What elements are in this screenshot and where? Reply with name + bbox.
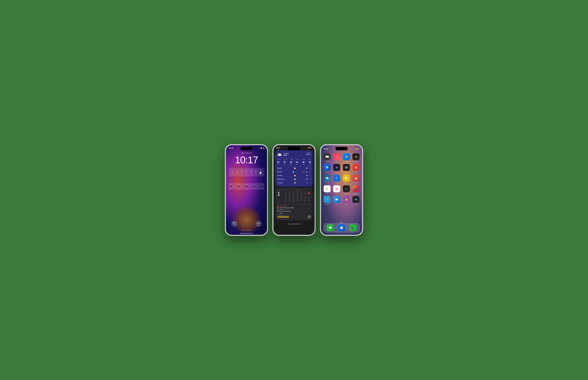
app-apollo[interactable]: 👾 Apollo (333, 164, 341, 173)
side-button[interactable] (315, 161, 316, 170)
app-music[interactable]: ♪ Music (333, 153, 341, 162)
cal-week-2: 252627282930 1 (230, 172, 263, 174)
status-icons: ▪▪▪ 📶 🔋 (259, 148, 264, 149)
weather-main-left: 🌥️ 12° (277, 152, 289, 157)
dock-phone[interactable]: 📞 (349, 224, 356, 231)
app-hey[interactable]: 👋 HEY (343, 196, 350, 205)
instagram-icon-img: 📷 (352, 185, 360, 192)
side-button[interactable] (363, 161, 363, 170)
weather-widget[interactable]: 🌥️ 12° 15↑ 8↓ Morden 11 PM 12 AM 1 AM (275, 150, 313, 187)
app-grid: ⌨ Calcbot ♪ Music 🔑 1Password (321, 152, 362, 206)
app-news[interactable]: N News (352, 164, 360, 173)
app-instagram[interactable]: 📷 Instagram (352, 185, 360, 194)
dynamic-island (335, 147, 348, 150)
notes-label: Notes (345, 182, 348, 183)
event-tomorrow-label: TOMORROW 2022-10-02 (277, 209, 311, 210)
cal2-grid-header: SMTWTFS (284, 191, 311, 192)
cal2-month-grid: OCTOBER SMTWTFS 252627282930 1 2345678 (284, 190, 311, 203)
app-notes[interactable]: 📝 Notes (343, 175, 350, 183)
telegram-icon-img: ✈️ 1 (324, 196, 331, 203)
app-1password[interactable]: 🔑 1Password (343, 153, 350, 162)
hey-icon-img: 👋 (343, 196, 350, 203)
dynamic-island (240, 147, 253, 150)
app-lightroom[interactable]: Lr Lightroom (343, 185, 350, 194)
weather-temps-row: 1211111211 (230, 188, 263, 189)
carrier-label: TELUS (229, 147, 234, 149)
app-tweetbot[interactable]: 🐦 Tweetbot (352, 196, 360, 205)
flashlight-button[interactable]: 🔦 (231, 221, 237, 227)
cal2-left: Saturday 1 (277, 190, 282, 203)
weather-main-row: 🌥️ 12° 15↑ 8↓ Morden (277, 152, 311, 157)
vol-up-button[interactable] (272, 159, 273, 163)
weather-temp: 12° (283, 152, 289, 157)
tweetbot-icon-img: 🐦 (352, 196, 360, 203)
weather-location: Morden (306, 154, 311, 155)
app-glass[interactable]: G Glass (323, 185, 331, 194)
cal2-grid-week1: 252627282930 1 (284, 192, 311, 194)
glass-icon-img: G (324, 185, 331, 192)
weather-hi-lo: 15↑ 8↓ (306, 152, 311, 154)
app-mail[interactable]: ✉️ Mail (333, 196, 341, 205)
app-unread[interactable]: 📡 Unread (323, 164, 331, 173)
home-bar (287, 224, 301, 224)
photos-icon-img: 🌸 (333, 185, 340, 192)
signal-icon: ▪▪ (354, 148, 355, 150)
lock-bottom-controls: 🔦 📷 (226, 221, 267, 227)
app-carrot[interactable]: ⚡ CARROT (352, 153, 360, 162)
weather-hours: 10P11P12A1A2A (230, 184, 263, 185)
things-icon-img: ✓ 7 (333, 175, 340, 182)
apollo-label: Apollo (335, 171, 338, 173)
mute-switch (320, 155, 320, 158)
vol-down-button[interactable] (225, 165, 225, 170)
lock-weather-summary: Sat 1 🌂 2% · 0.1 (226, 152, 267, 154)
weather-forecast: Sunday ⛅ 21 10 Monday 💧 46% 21 11 Tuesda… (277, 166, 311, 185)
app-calcbot[interactable]: ⌨ Calcbot (323, 153, 331, 162)
vol-up-button[interactable] (320, 159, 320, 163)
vol-down-button[interactable] (320, 165, 320, 170)
app-dayone[interactable]: 📖 Day One (323, 175, 331, 183)
calendar-add-button[interactable]: + (307, 215, 311, 219)
dock-messages[interactable]: 💬 (327, 224, 334, 231)
forecast-tuesday: Tuesday ⛅ 19 11 (277, 174, 311, 177)
battery-icon: 🔋 (358, 148, 359, 150)
app-things[interactable]: ✓ 7 Things (333, 175, 341, 183)
event-today-label: TODAY 2022-10-01 (277, 205, 311, 207)
app-fantastical[interactable]: 📅 Fantastical (352, 175, 360, 183)
dayone-label: Day One (325, 182, 329, 183)
instagram-label: Instagram (354, 193, 358, 194)
p3-time: 10:18 (324, 148, 328, 150)
camera-button[interactable]: 📷 (256, 221, 262, 227)
cal-days-header: SMTWTFS (230, 169, 263, 170)
news-label: News (355, 171, 357, 173)
weather-hourly-icons: 🌥 🌥 🌥 🌥 🌥 🌥 (277, 161, 311, 163)
app-photos[interactable]: 🌸 Photos (333, 185, 341, 194)
home-indicator (240, 233, 253, 234)
side-button[interactable] (268, 161, 268, 170)
lightroom-icon-img: Lr (343, 185, 350, 192)
app-telegram[interactable]: ✈️ 1 Telegram (323, 196, 331, 205)
phone2-widgets: 10:17 ▪▪ 📶 🔋 🌥️ 12° 15↑ (272, 144, 316, 236)
vol-up-button[interactable] (225, 159, 225, 163)
forecast-sunday: Sunday ⛅ 21 10 (277, 166, 311, 170)
apollo-icon-img: 👾 (333, 164, 340, 171)
cal2-grid-week4: 16171819202122 (284, 198, 311, 200)
dock-safari[interactable]: 🧭 (338, 224, 345, 231)
lightroom-label: Lightroom (344, 193, 349, 194)
cal2-grid-week2: 2345678 (284, 194, 311, 196)
lock-time-display: 10:17 (226, 154, 267, 165)
messages-icon-img: 💬 (327, 224, 334, 231)
event-compost: Compost (green cart) (277, 216, 311, 218)
cal2-day-name: Saturday (277, 190, 282, 191)
event-thursday-label: THURSDAY 2022-10-06 (277, 214, 311, 216)
cal-week-1: 18192021222324 (230, 170, 263, 172)
event-dot-blue (277, 211, 278, 212)
signal-icon: ▪▪ (307, 147, 308, 149)
vol-down-button[interactable] (272, 165, 273, 170)
calendar-widget[interactable]: Saturday 1 OCTOBER SMTWTFS 252627282930 … (275, 188, 313, 220)
1password-label: 1Password (344, 161, 349, 162)
matter-icon-img: M (343, 164, 350, 171)
p3-status-icons: ▪▪ 📶 🔋 (354, 148, 359, 150)
weather-cloud-icon: 🌥️ (277, 152, 282, 157)
app-matter[interactable]: M Matter (343, 164, 350, 173)
battery-icon: 🔋 (310, 147, 312, 149)
